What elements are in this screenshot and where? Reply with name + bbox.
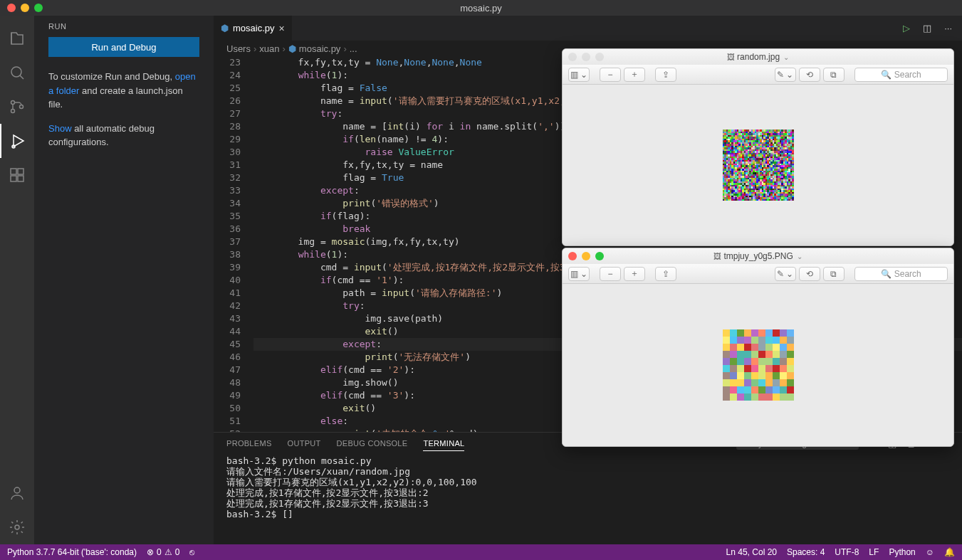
rotate-icon[interactable]: ⟲ [799,68,820,82]
zoom-in-icon[interactable]: ＋ [624,68,645,82]
window-titlebar: mosaic.py [0,0,962,16]
markup-icon[interactable]: ✎ ⌄ [775,267,796,281]
sidebar-toggle-icon[interactable]: ▥ ⌄ [568,68,590,82]
preview-titlebar[interactable]: 🖼random.jpg ⌄ [563,49,953,65]
settings-gear-icon[interactable] [0,510,34,544]
accounts-icon[interactable] [0,476,34,510]
rotate-icon[interactable]: ⟲ [799,267,820,281]
preview-title: 🖼tmpjuy_y0g5.PNG ⌄ [563,251,953,261]
maximize-window-button[interactable] [34,4,43,12]
status-feedback-icon[interactable]: ☺ [926,547,934,557]
status-encoding[interactable]: UTF-8 [835,547,859,557]
sidebar-text-show: Show all automatic debug configurations. [48,122,199,149]
status-lang[interactable]: Python [889,547,915,557]
status-errors[interactable]: ⊗ 0 ⚠ 0 [147,547,179,557]
preview-canvas [563,85,953,245]
panel-tab-debug-console[interactable]: DEBUG CONSOLE [337,436,408,451]
preview-titlebar[interactable]: 🖼tmpjuy_y0g5.PNG ⌄ [563,248,953,264]
source-control-icon[interactable] [0,90,34,124]
share-icon[interactable]: ⇪ [655,267,676,281]
svg-point-9 [14,487,20,493]
share-icon[interactable]: ⇪ [655,68,676,82]
more-actions-icon[interactable]: ··· [944,23,952,33]
status-kernel-icon[interactable]: ⎋ [189,547,194,557]
close-tab-icon[interactable]: × [279,23,285,34]
sidebar-toggle-icon[interactable]: ▥ ⌄ [568,267,590,281]
python-file-icon: ⬢ [221,23,229,33]
svg-point-2 [11,110,15,113]
show-link[interactable]: Show [48,123,72,134]
markup-icon[interactable]: ✎ ⌄ [775,68,796,82]
status-spaces[interactable]: Spaces: 4 [787,547,825,557]
svg-rect-5 [11,169,16,174]
window-title: mosaic.py [0,3,962,14]
noise-image [723,130,794,201]
minimize-window-button[interactable] [21,4,29,12]
preview-toolbar: ▥ ⌄ −＋ ⇪ ✎ ⌄⟲⧉ 🔍 Search [563,264,953,284]
search-input[interactable]: 🔍 Search [854,68,948,82]
search-icon[interactable] [0,56,34,90]
extensions-icon[interactable] [0,158,34,192]
statusbar: Python 3.7.7 64-bit ('base': conda) ⊗ 0 … [0,544,962,560]
zoom-in-icon[interactable]: ＋ [624,267,645,281]
tab-mosaic-py[interactable]: ⬢ mosaic.py × [214,16,293,41]
close-window-button[interactable] [7,4,16,12]
status-eol[interactable]: LF [869,547,879,557]
svg-point-1 [11,101,15,105]
editor-actions: ▷ ◫ ··· [903,16,962,41]
split-editor-icon[interactable]: ◫ [923,23,931,33]
run-debug-icon[interactable] [0,124,34,158]
tabs-row: ⬢ mosaic.py × ▷ ◫ ··· [214,16,962,41]
traffic-lights [7,4,43,12]
status-python[interactable]: Python 3.7.7 64-bit ('base': conda) [7,547,137,557]
run-file-icon[interactable]: ▷ [903,23,910,33]
run-and-debug-button[interactable]: Run and Debug [48,37,199,57]
svg-rect-7 [11,176,16,181]
explorer-icon[interactable] [0,21,34,56]
sidebar-text-customize: To customize Run and Debug, open a folde… [48,70,199,112]
status-bell-icon[interactable]: 🔔 [944,547,955,557]
panel: PROBLEMSOUTPUTDEBUG CONSOLETERMINAL 1: P… [214,432,962,544]
panel-tab-terminal[interactable]: TERMINAL [423,436,464,451]
zoom-out-icon[interactable]: − [600,267,621,281]
svg-point-0 [11,67,21,77]
preview-canvas [563,284,953,446]
activity-bar [0,16,34,544]
tab-label: mosaic.py [233,23,275,33]
svg-rect-6 [18,169,23,174]
zoom-out-icon[interactable]: − [600,68,621,82]
line-gutter: 2324252627282930313233343536373839404142… [214,56,253,432]
panel-tab-output[interactable]: OUTPUT [288,436,321,451]
crop-icon[interactable]: ⧉ [823,267,845,281]
preview-window-mosaic[interactable]: 🖼tmpjuy_y0g5.PNG ⌄ ▥ ⌄ −＋ ⇪ ✎ ⌄⟲⧉ 🔍 Sear… [562,248,954,447]
preview-title: 🖼random.jpg ⌄ [563,52,953,62]
sidebar-title: RUN [34,16,214,37]
terminal-output[interactable]: bash-3.2$ python mosaic.py 请输入文件名:/Users… [214,454,962,544]
svg-point-3 [20,105,23,109]
sidebar: RUN Run and Debug To customize Run and D… [34,16,214,544]
search-input[interactable]: 🔍 Search [854,267,948,281]
svg-point-10 [15,525,19,529]
preview-toolbar: ▥ ⌄ −＋ ⇪ ✎ ⌄⟲⧉ 🔍 Search [563,65,953,85]
crop-icon[interactable]: ⧉ [823,68,845,82]
panel-tab-problems[interactable]: PROBLEMS [226,436,272,451]
status-cursor[interactable]: Ln 45, Col 20 [726,547,777,557]
mosaic-image [723,329,794,401]
preview-window-random[interactable]: 🖼random.jpg ⌄ ▥ ⌄ −＋ ⇪ ✎ ⌄⟲⧉ 🔍 Search [562,48,954,246]
svg-rect-8 [18,176,23,181]
